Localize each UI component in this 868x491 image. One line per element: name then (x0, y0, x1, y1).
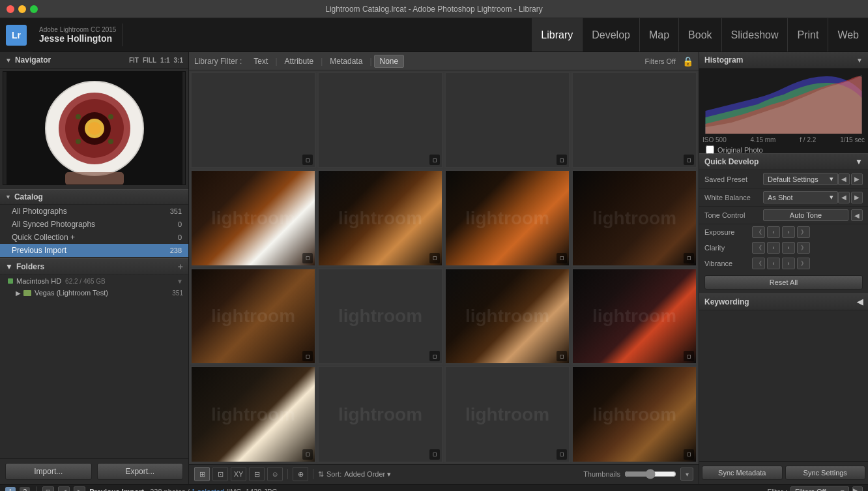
vibrance-u-btn[interactable]: › (782, 258, 795, 269)
vegas-folder-item[interactable]: ▶ Vegas (Lightroom Test) 351 (0, 287, 188, 299)
nav-print[interactable]: Print (788, 18, 828, 52)
photo-cell-top-3[interactable]: ◻ (444, 72, 570, 168)
vibrance-dd-btn[interactable]: 《 (752, 258, 765, 269)
people-view-button[interactable]: ☺ (267, 467, 283, 481)
photo-cell-r3-3[interactable]: lightroom ◻ (444, 268, 570, 365)
tone-prev-btn[interactable]: ◀ (851, 209, 863, 221)
nav-book[interactable]: Book (679, 18, 721, 52)
catalog-header[interactable]: ▼ Catalog (0, 189, 188, 205)
photo-cell-r3-1[interactable]: lightroom ◻ (190, 268, 316, 365)
compare-view-button[interactable]: XY (231, 467, 246, 481)
spray-button[interactable]: ⊕ (293, 467, 308, 481)
photo-badge-icon: ◻ (302, 351, 313, 361)
filmstrip-tab-2[interactable]: 2 (20, 487, 30, 491)
filter-lock-icon[interactable]: 🔒 (682, 56, 693, 67)
histogram-header[interactable]: Histogram ▼ (699, 52, 868, 68)
nav-size-3-1[interactable]: 3:1 (174, 57, 183, 64)
saved-preset-prev-btn[interactable]: ◀ (838, 173, 850, 185)
reset-all-button[interactable]: Reset All (704, 275, 863, 290)
photo-cell-r4-1[interactable]: lightroom ◻ (190, 366, 316, 462)
auto-tone-button[interactable]: Auto Tone (763, 209, 848, 221)
filmstrip-filter-dropdown[interactable]: Filters Off ▾ (790, 486, 849, 491)
exposure-uu-btn[interactable]: 》 (797, 226, 810, 238)
sync-settings-button[interactable]: Sync Settings (785, 466, 866, 480)
catalog-item-all-synced[interactable]: All Synced Photographs 0 (0, 218, 188, 231)
maximize-button[interactable] (30, 5, 38, 13)
nav-develop[interactable]: Develop (583, 18, 640, 52)
photo-cell-r3-4[interactable]: lightroom ◻ (571, 268, 697, 365)
catalog-item-all-photographs[interactable]: All Photographs 351 (0, 205, 188, 218)
photo-cell-top-1[interactable]: ◻ (190, 72, 316, 168)
nav-size-fill[interactable]: FILL (143, 57, 156, 64)
close-button[interactable] (7, 5, 14, 13)
clarity-dd-btn[interactable]: 《 (752, 242, 765, 254)
exposure-u-btn[interactable]: › (782, 226, 795, 238)
folders-header[interactable]: ▼ Folders + (0, 258, 188, 275)
photo-image (446, 171, 569, 265)
exposure-dd-btn[interactable]: 《 (752, 226, 765, 238)
nav-web[interactable]: Web (828, 18, 868, 52)
nav-map[interactable]: Map (640, 18, 679, 52)
catalog-item-quick-collection[interactable]: Quick Collection + 0 (0, 231, 188, 244)
navigator-header[interactable]: ▼ Navigator FIT FILL 1:1 3:1 (0, 52, 188, 68)
clarity-uu-btn[interactable]: 》 (797, 242, 810, 254)
loupe-view-button[interactable]: ⊡ (212, 467, 228, 481)
filter-text-button[interactable]: Text (248, 54, 273, 68)
photo-badge-icon: ◻ (557, 449, 567, 460)
export-button[interactable]: Export... (97, 463, 184, 480)
filmstrip-prev-btn[interactable]: ◀ (58, 486, 70, 491)
exposure-d-btn[interactable]: ‹ (767, 226, 780, 238)
left-panel-buttons: Import... Export... (0, 458, 188, 484)
import-button[interactable]: Import... (5, 463, 92, 480)
sync-metadata-button[interactable]: Sync Metadata (702, 466, 783, 480)
vibrance-d-btn[interactable]: ‹ (767, 258, 780, 269)
sort-label: Sort: (326, 470, 341, 478)
photo-cell-r4-3[interactable]: lightroom ◻ (444, 366, 570, 462)
macintosh-hd-item[interactable]: Macintosh HD 62.2 / 465 GB ▼ (0, 275, 188, 287)
saved-preset-next-btn[interactable]: ▶ (851, 173, 863, 185)
photo-image (446, 73, 569, 167)
thumbnail-size-slider[interactable] (624, 469, 676, 479)
keywording-header[interactable]: Keywording ◀ (699, 294, 868, 310)
thumbnail-dropdown-btn[interactable]: ▾ (680, 468, 693, 481)
filter-metadata-button[interactable]: Metadata (325, 54, 368, 68)
photo-cell-r4-4[interactable]: lightroom ◻ (571, 366, 697, 462)
white-balance-next-btn[interactable]: ▶ (851, 192, 863, 203)
clarity-d-btn[interactable]: ‹ (767, 242, 780, 254)
original-photo-checkbox[interactable] (706, 145, 714, 154)
filmstrip-next-btn[interactable]: ▶ (74, 486, 85, 491)
photo-badge-icon: ◻ (429, 253, 440, 263)
nav-library[interactable]: Library (532, 18, 583, 52)
nav-slideshow[interactable]: Slideshow (722, 18, 788, 52)
photo-cell-r3-2[interactable]: lightroom ◻ (317, 268, 443, 365)
photo-cell-r2-2[interactable]: lightroom ◻ (317, 170, 443, 266)
photo-cell-r2-1[interactable]: lightroom ◻ (190, 170, 316, 266)
grid-view-button[interactable]: ⊞ (194, 467, 210, 481)
sort-dropdown[interactable]: Added Order ▾ (344, 470, 391, 479)
folders-add-btn[interactable]: + (178, 261, 183, 272)
photo-cell-top-4[interactable]: ◻ (571, 72, 697, 168)
filters-off-button[interactable]: Filters Off (640, 56, 681, 67)
thumbnails-control: Thumbnails ▾ (583, 468, 693, 481)
white-balance-dropdown[interactable]: As Shot ▾ (763, 191, 838, 203)
saved-preset-dropdown[interactable]: Default Settings ▾ (763, 173, 838, 185)
photo-cell-top-2[interactable]: ◻ (317, 72, 443, 168)
filmstrip-grid-icon[interactable]: ⊞ (42, 486, 54, 491)
filmstrip-tab-1[interactable]: 1 (5, 487, 16, 491)
catalog-item-previous-import[interactable]: Previous Import 238 (0, 244, 188, 257)
filter-attribute-button[interactable]: Attribute (280, 54, 319, 68)
survey-view-button[interactable]: ⊟ (249, 467, 265, 481)
filmstrip-panel-btn[interactable]: ▶ (852, 486, 863, 491)
nav-size-fit[interactable]: FIT (129, 57, 139, 64)
clarity-u-btn[interactable]: › (782, 242, 795, 254)
filter-none-button[interactable]: None (374, 55, 405, 68)
photo-cell-r2-3[interactable]: lightroom ◻ (444, 170, 570, 266)
vibrance-uu-btn[interactable]: 》 (797, 258, 810, 269)
filmstrip-path: Previous Import 238 photos / 1 selected … (89, 488, 278, 491)
minimize-button[interactable] (18, 5, 26, 13)
nav-size-1-1[interactable]: 1:1 (160, 57, 169, 64)
catalog-title: Catalog (14, 192, 43, 201)
photo-cell-r2-4[interactable]: lightroom ◻ (571, 170, 697, 266)
white-balance-prev-btn[interactable]: ◀ (838, 192, 850, 203)
photo-cell-r4-2[interactable]: lightroom ◻ (317, 366, 443, 462)
